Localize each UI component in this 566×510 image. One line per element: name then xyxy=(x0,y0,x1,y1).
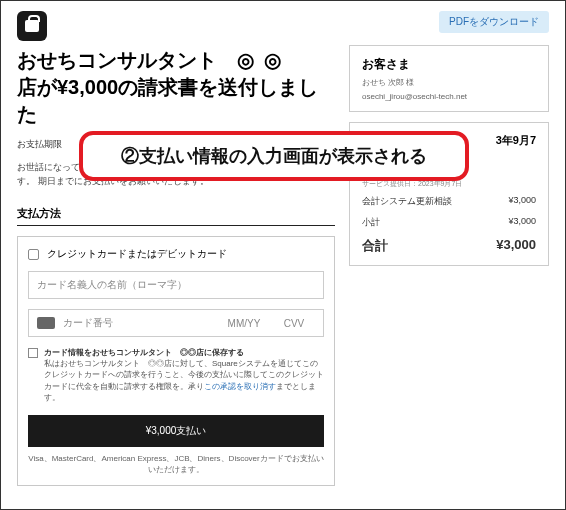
customer-heading: お客さま xyxy=(362,56,536,73)
pay-button[interactable]: ¥3,000支払い xyxy=(28,415,324,447)
card-radio-option[interactable]: クレジットカードまたはデビットカード xyxy=(28,247,324,261)
customer-name: おせち 次郎 様 xyxy=(362,77,536,88)
customer-box: お客さま おせち 次郎 様 osechi_jirou@osechi-tech.n… xyxy=(349,45,549,112)
card-brand-icon xyxy=(37,317,55,329)
save-card-checkbox[interactable] xyxy=(28,348,38,358)
revoke-link[interactable]: この承認を取り消す xyxy=(204,382,276,391)
payment-form: クレジットカードまたはデビットカード カード名義人の名前（ローマ字） カード番号… xyxy=(17,236,335,486)
radio-icon xyxy=(28,249,39,260)
cardholder-name-input[interactable]: カード名義人の名前（ローマ字） xyxy=(28,271,324,299)
merchant-icon xyxy=(17,11,47,41)
total-row: 合計¥3,000 xyxy=(362,237,536,255)
annotation-callout: ②支払い情報の入力画面が表示される xyxy=(79,131,469,181)
accepted-cards-note: Visa、MasterCard、American Express、JCB、Din… xyxy=(28,453,324,475)
customer-email: osechi_jirou@osechi-tech.net xyxy=(362,92,536,101)
card-number-input[interactable]: カード番号 MM/YY CVV xyxy=(28,309,324,337)
card-option-label: クレジットカードまたはデビットカード xyxy=(47,247,227,261)
line-item: 会計システム更新相談¥3,000 xyxy=(362,195,536,208)
payment-method-heading: 支払方法 xyxy=(17,206,335,226)
subtotal-row: 小計¥3,000 xyxy=(362,216,536,229)
download-pdf-button[interactable]: PDFをダウンロード xyxy=(439,11,549,33)
invoice-title: おせちコンサルタント ◎ ◎ 店が¥3,000の請求書を送付しました xyxy=(17,47,335,128)
save-card-text: カード情報をおせちコンサルタント ◎◎店に保存する 私はおせちコンサルタント ◎… xyxy=(44,347,324,403)
